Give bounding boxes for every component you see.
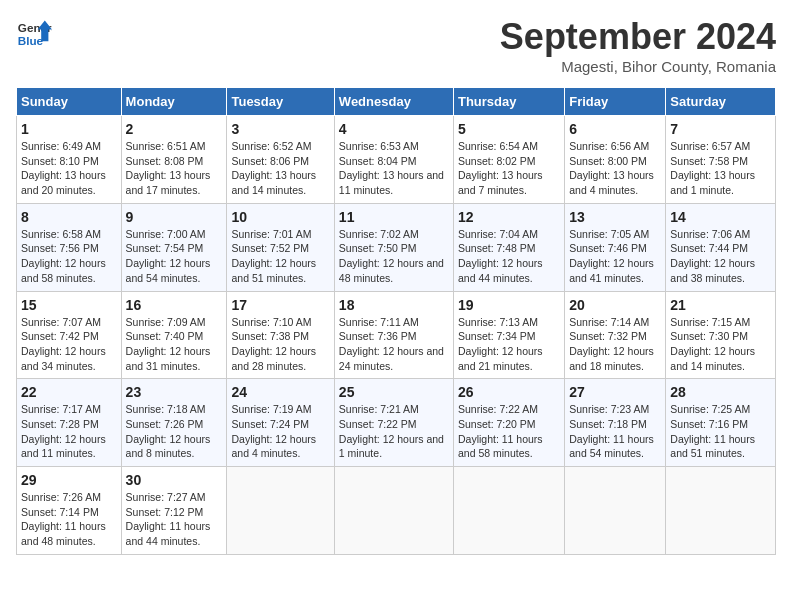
day-number: 15 [21, 297, 117, 313]
cell-details: Sunrise: 7:04 AMSunset: 7:48 PMDaylight:… [458, 227, 560, 286]
cell-details: Sunrise: 7:09 AMSunset: 7:40 PMDaylight:… [126, 315, 223, 374]
cell-details: Sunrise: 7:27 AMSunset: 7:12 PMDaylight:… [126, 490, 223, 549]
calendar-cell: 18Sunrise: 7:11 AMSunset: 7:36 PMDayligh… [334, 291, 453, 379]
day-number: 2 [126, 121, 223, 137]
calendar-cell [666, 467, 776, 555]
day-number: 27 [569, 384, 661, 400]
page-title: September 2024 [500, 16, 776, 58]
cell-details: Sunrise: 7:21 AMSunset: 7:22 PMDaylight:… [339, 402, 449, 461]
calendar-cell: 30Sunrise: 7:27 AMSunset: 7:12 PMDayligh… [121, 467, 227, 555]
svg-text:Blue: Blue [18, 34, 44, 47]
day-number: 3 [231, 121, 329, 137]
calendar-cell: 28Sunrise: 7:25 AMSunset: 7:16 PMDayligh… [666, 379, 776, 467]
calendar-cell [227, 467, 334, 555]
cell-details: Sunrise: 7:22 AMSunset: 7:20 PMDaylight:… [458, 402, 560, 461]
cell-details: Sunrise: 7:26 AMSunset: 7:14 PMDaylight:… [21, 490, 117, 549]
day-number: 1 [21, 121, 117, 137]
cell-details: Sunrise: 6:57 AMSunset: 7:58 PMDaylight:… [670, 139, 771, 198]
calendar-cell [334, 467, 453, 555]
cell-details: Sunrise: 7:19 AMSunset: 7:24 PMDaylight:… [231, 402, 329, 461]
cell-details: Sunrise: 7:15 AMSunset: 7:30 PMDaylight:… [670, 315, 771, 374]
page-header: General Blue September 2024 Magesti, Bih… [16, 16, 776, 75]
cell-details: Sunrise: 6:56 AMSunset: 8:00 PMDaylight:… [569, 139, 661, 198]
col-header-wednesday: Wednesday [334, 88, 453, 116]
col-header-thursday: Thursday [453, 88, 564, 116]
day-number: 19 [458, 297, 560, 313]
cell-details: Sunrise: 7:13 AMSunset: 7:34 PMDaylight:… [458, 315, 560, 374]
calendar-cell: 22Sunrise: 7:17 AMSunset: 7:28 PMDayligh… [17, 379, 122, 467]
day-number: 30 [126, 472, 223, 488]
day-number: 21 [670, 297, 771, 313]
cell-details: Sunrise: 7:07 AMSunset: 7:42 PMDaylight:… [21, 315, 117, 374]
logo: General Blue [16, 16, 52, 52]
cell-details: Sunrise: 7:11 AMSunset: 7:36 PMDaylight:… [339, 315, 449, 374]
calendar-cell: 29Sunrise: 7:26 AMSunset: 7:14 PMDayligh… [17, 467, 122, 555]
day-number: 11 [339, 209, 449, 225]
calendar-cell: 7Sunrise: 6:57 AMSunset: 7:58 PMDaylight… [666, 116, 776, 204]
calendar-cell: 15Sunrise: 7:07 AMSunset: 7:42 PMDayligh… [17, 291, 122, 379]
col-header-sunday: Sunday [17, 88, 122, 116]
calendar-cell: 3Sunrise: 6:52 AMSunset: 8:06 PMDaylight… [227, 116, 334, 204]
page-subtitle: Magesti, Bihor County, Romania [500, 58, 776, 75]
cell-details: Sunrise: 6:52 AMSunset: 8:06 PMDaylight:… [231, 139, 329, 198]
cell-details: Sunrise: 7:14 AMSunset: 7:32 PMDaylight:… [569, 315, 661, 374]
calendar-cell: 20Sunrise: 7:14 AMSunset: 7:32 PMDayligh… [565, 291, 666, 379]
calendar-cell: 8Sunrise: 6:58 AMSunset: 7:56 PMDaylight… [17, 203, 122, 291]
day-number: 26 [458, 384, 560, 400]
day-number: 13 [569, 209, 661, 225]
calendar-week-4: 22Sunrise: 7:17 AMSunset: 7:28 PMDayligh… [17, 379, 776, 467]
logo-icon: General Blue [16, 16, 52, 52]
calendar-cell: 5Sunrise: 6:54 AMSunset: 8:02 PMDaylight… [453, 116, 564, 204]
calendar-table: SundayMondayTuesdayWednesdayThursdayFrid… [16, 87, 776, 555]
calendar-cell: 17Sunrise: 7:10 AMSunset: 7:38 PMDayligh… [227, 291, 334, 379]
day-number: 14 [670, 209, 771, 225]
col-header-friday: Friday [565, 88, 666, 116]
calendar-week-3: 15Sunrise: 7:07 AMSunset: 7:42 PMDayligh… [17, 291, 776, 379]
day-number: 10 [231, 209, 329, 225]
calendar-cell: 9Sunrise: 7:00 AMSunset: 7:54 PMDaylight… [121, 203, 227, 291]
cell-details: Sunrise: 6:53 AMSunset: 8:04 PMDaylight:… [339, 139, 449, 198]
cell-details: Sunrise: 7:06 AMSunset: 7:44 PMDaylight:… [670, 227, 771, 286]
cell-details: Sunrise: 7:23 AMSunset: 7:18 PMDaylight:… [569, 402, 661, 461]
cell-details: Sunrise: 6:58 AMSunset: 7:56 PMDaylight:… [21, 227, 117, 286]
day-number: 23 [126, 384, 223, 400]
calendar-cell: 4Sunrise: 6:53 AMSunset: 8:04 PMDaylight… [334, 116, 453, 204]
calendar-cell: 25Sunrise: 7:21 AMSunset: 7:22 PMDayligh… [334, 379, 453, 467]
calendar-cell [565, 467, 666, 555]
calendar-cell: 27Sunrise: 7:23 AMSunset: 7:18 PMDayligh… [565, 379, 666, 467]
calendar-cell: 2Sunrise: 6:51 AMSunset: 8:08 PMDaylight… [121, 116, 227, 204]
calendar-cell: 14Sunrise: 7:06 AMSunset: 7:44 PMDayligh… [666, 203, 776, 291]
title-block: September 2024 Magesti, Bihor County, Ro… [500, 16, 776, 75]
calendar-cell: 21Sunrise: 7:15 AMSunset: 7:30 PMDayligh… [666, 291, 776, 379]
day-number: 22 [21, 384, 117, 400]
cell-details: Sunrise: 7:10 AMSunset: 7:38 PMDaylight:… [231, 315, 329, 374]
cell-details: Sunrise: 7:00 AMSunset: 7:54 PMDaylight:… [126, 227, 223, 286]
calendar-cell: 12Sunrise: 7:04 AMSunset: 7:48 PMDayligh… [453, 203, 564, 291]
cell-details: Sunrise: 7:05 AMSunset: 7:46 PMDaylight:… [569, 227, 661, 286]
day-number: 7 [670, 121, 771, 137]
cell-details: Sunrise: 7:25 AMSunset: 7:16 PMDaylight:… [670, 402, 771, 461]
calendar-cell: 16Sunrise: 7:09 AMSunset: 7:40 PMDayligh… [121, 291, 227, 379]
day-number: 17 [231, 297, 329, 313]
day-number: 24 [231, 384, 329, 400]
cell-details: Sunrise: 7:17 AMSunset: 7:28 PMDaylight:… [21, 402, 117, 461]
cell-details: Sunrise: 6:51 AMSunset: 8:08 PMDaylight:… [126, 139, 223, 198]
cell-details: Sunrise: 7:02 AMSunset: 7:50 PMDaylight:… [339, 227, 449, 286]
day-number: 12 [458, 209, 560, 225]
calendar-cell: 19Sunrise: 7:13 AMSunset: 7:34 PMDayligh… [453, 291, 564, 379]
day-number: 5 [458, 121, 560, 137]
calendar-cell: 6Sunrise: 6:56 AMSunset: 8:00 PMDaylight… [565, 116, 666, 204]
col-header-tuesday: Tuesday [227, 88, 334, 116]
day-number: 16 [126, 297, 223, 313]
day-number: 6 [569, 121, 661, 137]
day-number: 4 [339, 121, 449, 137]
calendar-week-1: 1Sunrise: 6:49 AMSunset: 8:10 PMDaylight… [17, 116, 776, 204]
day-number: 8 [21, 209, 117, 225]
calendar-cell: 10Sunrise: 7:01 AMSunset: 7:52 PMDayligh… [227, 203, 334, 291]
cell-details: Sunrise: 7:01 AMSunset: 7:52 PMDaylight:… [231, 227, 329, 286]
calendar-week-2: 8Sunrise: 6:58 AMSunset: 7:56 PMDaylight… [17, 203, 776, 291]
col-header-monday: Monday [121, 88, 227, 116]
day-number: 18 [339, 297, 449, 313]
cell-details: Sunrise: 6:49 AMSunset: 8:10 PMDaylight:… [21, 139, 117, 198]
calendar-cell: 11Sunrise: 7:02 AMSunset: 7:50 PMDayligh… [334, 203, 453, 291]
